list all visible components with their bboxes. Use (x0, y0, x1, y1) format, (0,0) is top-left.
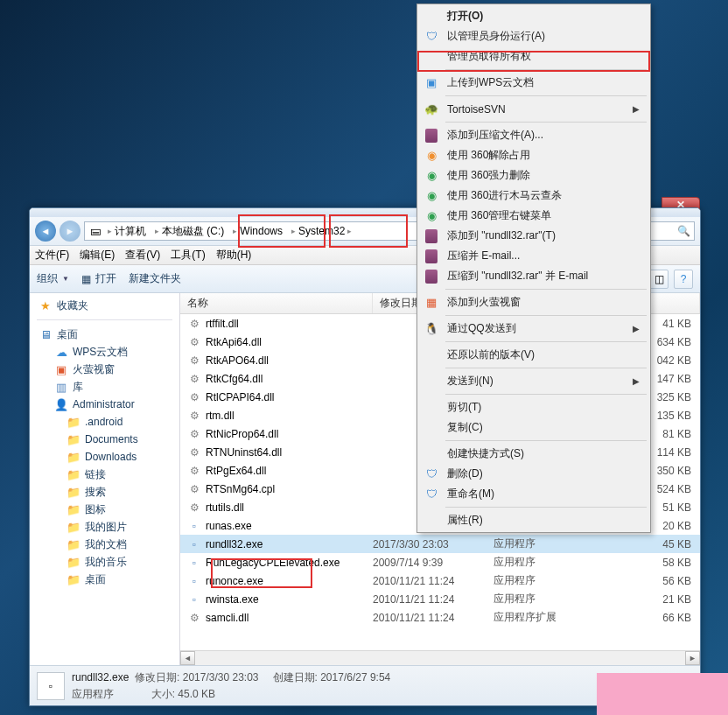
status-filename: rundll32.exe (72, 671, 129, 683)
file-name: RtNicProp64.dll (206, 428, 278, 440)
scroll-right-button[interactable]: ► (685, 651, 700, 665)
file-row[interactable]: ▫rundll32.exe2017/3/30 23:03应用程序45 KB (180, 535, 700, 553)
cm-cut[interactable]: 剪切(T) (419, 397, 648, 417)
menu-tools[interactable]: 工具(T) (171, 248, 205, 263)
file-icon: ⚙ (187, 409, 201, 423)
file-icon: ⚙ (187, 445, 201, 459)
sidebar-android[interactable]: 📁.android (30, 413, 179, 431)
cm-upload-wps[interactable]: ▣上传到WPS云文档 (419, 73, 648, 93)
file-icon: ⚙ (187, 611, 201, 625)
sidebar-libraries[interactable]: ▥库 (30, 378, 179, 396)
menu-help[interactable]: 帮助(H) (216, 248, 252, 263)
sidebar-desktop2[interactable]: 📁桌面 (30, 571, 179, 588)
cm-360-force-delete[interactable]: ◉使用 360强力删除 (419, 165, 648, 186)
file-icon: ⚙ (187, 501, 201, 515)
bc-system32[interactable]: ▸System32▸ (288, 222, 355, 240)
sidebar-favorites[interactable]: ★收藏夹 (30, 297, 179, 314)
cm-open[interactable]: 打开(O) (419, 6, 648, 26)
sidebar: ★收藏夹 🖥桌面 ☁WPS云文档 ▣火萤视窗 ▥库 👤Administrator… (30, 293, 180, 665)
sidebar-downloads[interactable]: 📁Downloads (30, 448, 179, 466)
col-name[interactable]: 名称 (180, 293, 373, 313)
cm-add-firefly[interactable]: ▦添加到火萤视窗 (419, 292, 648, 312)
qq-icon: 🐧 (423, 320, 440, 338)
file-row[interactable]: ▫RunLegacyCPLElevated.exe2009/7/14 9:39应… (180, 553, 700, 571)
sidebar-my-music[interactable]: 📁我的音乐 (30, 553, 179, 571)
cm-add-archive[interactable]: 添加到压缩文件(A)... (419, 125, 648, 145)
file-name: RTSnMg64.cpl (206, 483, 275, 495)
cm-restore-prev[interactable]: 还原以前的版本(V) (419, 345, 648, 365)
file-row[interactable]: ▫rwinsta.exe2010/11/21 11:24应用程序21 KB (180, 590, 700, 608)
sidebar-pictures-icon[interactable]: 📁图标 (30, 501, 179, 518)
organize-button[interactable]: 组织▼ (37, 271, 69, 286)
sidebar-documents[interactable]: 📁Documents (30, 431, 179, 448)
bc-windows[interactable]: ▸Windows (229, 222, 286, 240)
blank-icon (423, 445, 440, 463)
file-date: 2009/7/14 9:39 (373, 557, 494, 569)
search-icon: 🔍 (677, 225, 690, 237)
file-name: RunLegacyCPLElevated.exe (206, 557, 340, 569)
cm-copy[interactable]: 复制(C) (419, 417, 648, 438)
blank-icon (423, 48, 440, 66)
cm-create-shortcut[interactable]: 创建快捷方式(S) (419, 444, 648, 464)
sidebar-search[interactable]: 📁搜索 (30, 483, 179, 501)
cm-delete[interactable]: 🛡删除(D) (419, 464, 648, 484)
cm-rename[interactable]: 🛡重命名(M) (419, 484, 648, 504)
open-button[interactable]: ▦打开 (81, 271, 116, 286)
file-type: 应用程序 (494, 536, 598, 551)
cm-send-qq[interactable]: 🐧通过QQ发送到▶ (419, 319, 648, 339)
file-icon: ⚙ (187, 427, 201, 441)
cm-360-trojan[interactable]: ◉使用 360进行木马云查杀 (419, 186, 648, 206)
file-size: 21 KB (598, 593, 700, 606)
cm-properties[interactable]: 属性(R) (419, 510, 648, 530)
cm-tortoisesvn[interactable]: 🐢TortoiseSVN▶ (419, 99, 648, 119)
file-row[interactable]: ▫runonce.exe2010/11/21 11:24应用程序56 KB (180, 571, 700, 590)
help-button[interactable]: ? (674, 270, 693, 289)
preview-pane-button[interactable]: ◫ (649, 270, 668, 289)
sidebar-my-docs[interactable]: 📁我的文档 (30, 536, 179, 553)
sidebar-wps[interactable]: ☁WPS云文档 (30, 343, 179, 361)
file-icon: ⚙ (187, 390, 201, 404)
cm-add-to-rar[interactable]: 添加到 "rundll32.rar"(T) (419, 226, 648, 246)
cm-compress-email[interactable]: 压缩并 E-mail... (419, 246, 648, 266)
file-icon: ⚙ (187, 482, 201, 496)
context-menu: 打开(O) 🛡以管理员身份运行(A) 管理员取得所有权 ▣上传到WPS云文档 🐢… (416, 4, 651, 533)
blank-icon (423, 373, 440, 390)
menu-edit[interactable]: 编辑(E) (80, 248, 115, 263)
cm-run-admin[interactable]: 🛡以管理员身份运行(A) (419, 26, 648, 46)
rar-icon (423, 268, 440, 285)
bc-drive[interactable]: ▸本地磁盘 (C:) (151, 222, 228, 240)
sidebar-desktop[interactable]: 🖥桌面 (30, 326, 179, 343)
cm-compress-to-email[interactable]: 压缩到 "rundll32.rar" 并 E-mail (419, 266, 648, 286)
bc-computer[interactable]: ▸计算机 (104, 222, 150, 240)
sidebar-my-pictures[interactable]: 📁我的图片 (30, 518, 179, 536)
sidebar-links[interactable]: 📁链接 (30, 466, 179, 483)
cm-send-to[interactable]: 发送到(N)▶ (419, 371, 648, 391)
new-folder-button[interactable]: 新建文件夹 (129, 271, 181, 286)
shield-icon: 🛡 (423, 466, 440, 483)
sidebar-huoying[interactable]: ▣火萤视窗 (30, 361, 179, 378)
cm-take-ownership[interactable]: 管理员取得所有权 (419, 46, 648, 67)
sidebar-admin[interactable]: 👤Administrator (30, 396, 179, 413)
folder-icon: 📁 (66, 467, 80, 481)
menu-view[interactable]: 查看(V) (125, 248, 160, 263)
scroll-left-button[interactable]: ◄ (180, 651, 195, 665)
shield-icon: 🛡 (423, 486, 440, 503)
forward-button[interactable]: ► (60, 221, 80, 242)
drive-icon: 🖴 (88, 224, 102, 238)
back-button[interactable]: ◄ (35, 221, 56, 242)
cm-360-unlock[interactable]: ◉使用 360解除占用 (419, 145, 648, 165)
folder-icon: 📁 (66, 537, 80, 551)
file-row[interactable]: ⚙samcli.dll2010/11/21 11:24应用程序扩展66 KB (180, 608, 700, 627)
file-type: 应用程序 (494, 555, 598, 570)
360-icon: ◉ (423, 167, 440, 185)
folder-icon: 📁 (66, 485, 80, 499)
cm-360-rmenu[interactable]: ◉使用 360管理右键菜单 (419, 206, 648, 226)
file-icon: ▫ (187, 574, 201, 588)
open-icon: ▦ (81, 273, 91, 285)
horizontal-scrollbar[interactable]: ◄ ► (180, 650, 700, 665)
fire-icon: ▣ (54, 362, 68, 376)
file-size: 45 KB (598, 538, 700, 550)
watermark-corner (597, 673, 728, 715)
menu-file[interactable]: 文件(F) (35, 248, 69, 263)
file-icon: ⚙ (187, 464, 201, 478)
